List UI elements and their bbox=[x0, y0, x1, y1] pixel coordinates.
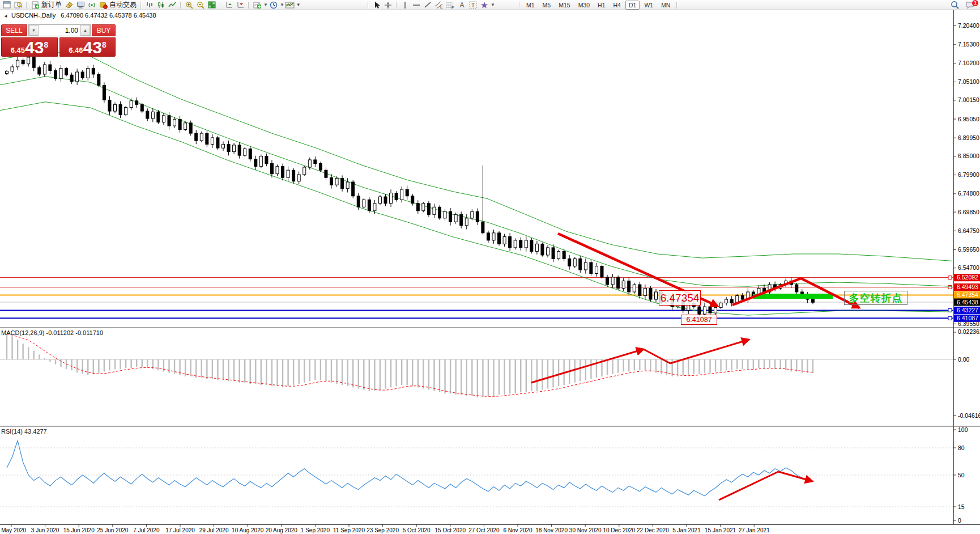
price-tick-label: 6.74800 bbox=[958, 190, 979, 197]
rsi-tick-label: 15 bbox=[958, 503, 965, 510]
date-tick-label: 25 Jun 2020 bbox=[97, 527, 128, 533]
buy-button[interactable]: BUY bbox=[92, 24, 116, 36]
rsi-panel bbox=[0, 440, 953, 507]
price-tick-label: 6.59650 bbox=[958, 246, 979, 253]
price-tag-label: 6.47354 bbox=[957, 291, 978, 298]
price-tick-label: 6.95050 bbox=[958, 116, 979, 122]
macd-tick-label: 0.022362 bbox=[958, 328, 980, 335]
date-tick-label: 29 Jul 2020 bbox=[199, 527, 229, 533]
bollinger-upper bbox=[0, 51, 952, 261]
rsi-scale: 1008050150 bbox=[953, 426, 968, 524]
sell-price-sup: 8 bbox=[44, 40, 48, 49]
date-tick-label: 27 Jan 2021 bbox=[739, 527, 770, 533]
date-tick-label: 15 Oct 2020 bbox=[435, 527, 466, 533]
price-tick-label: 7.00150 bbox=[958, 96, 979, 103]
trend-arrow-main bbox=[732, 278, 801, 305]
price-tick-label: 6.64750 bbox=[958, 227, 979, 234]
price-tick-label: 6.89950 bbox=[958, 134, 979, 141]
sell-button[interactable]: SELL bbox=[1, 24, 27, 36]
low-price-annotation: 6.41087 bbox=[681, 315, 717, 325]
date-tick-label: 1 Sep 2020 bbox=[301, 527, 330, 533]
volume-box: ▼ ▲ bbox=[28, 24, 91, 36]
price-tick-label: 6.79900 bbox=[958, 171, 979, 178]
volume-input[interactable] bbox=[39, 25, 80, 36]
price-tick-label: 6.85000 bbox=[958, 152, 979, 159]
rsi-tick-label: 100 bbox=[958, 426, 968, 433]
rsi-name: RSI(14) bbox=[1, 428, 23, 435]
macd-tick-label: 0.00 bbox=[958, 356, 970, 363]
date-tick-label: 30 Nov 2020 bbox=[569, 527, 602, 533]
date-tick-label: 10 Dec 2020 bbox=[603, 527, 635, 533]
price-tag-label: 6.45438 bbox=[957, 299, 978, 306]
rsi-tick-label: 50 bbox=[958, 472, 965, 478]
turning-point-annotation: 多空转折点 bbox=[844, 291, 907, 305]
date-tick-label: 5 Jan 2021 bbox=[672, 527, 701, 533]
date-tick-label: 27 Oct 2020 bbox=[468, 527, 500, 533]
buy-price[interactable]: 6.46 43 8 bbox=[59, 37, 116, 57]
green-highlight-bar bbox=[753, 294, 833, 299]
date-tick-label: 2 May 2020 bbox=[0, 527, 27, 533]
volume-down-button[interactable]: ▼ bbox=[29, 25, 39, 36]
one-click-trading-panel: SELL ▼ ▲ BUY 6.45 43 8 6.46 43 8 bbox=[1, 24, 116, 57]
macd-signal-line bbox=[7, 334, 813, 396]
date-tick-label: 7 Jul 2020 bbox=[133, 527, 160, 533]
rsi-line bbox=[7, 440, 813, 496]
rsi-value: 43.4277 bbox=[24, 428, 47, 435]
date-tick-label: 15 Jan 2021 bbox=[705, 527, 736, 533]
chart-canvas: 7.204007.153007.102007.051007.001506.950… bbox=[0, 0, 980, 534]
macd-scale: 0.0223620.00-0.046166 bbox=[953, 328, 980, 418]
mt4-terminal: 新订单 自动交易 ▼ ▼ ▼ bbox=[0, 0, 980, 534]
date-tick-label: 22 Dec 2020 bbox=[637, 527, 669, 533]
date-tick-label: 20 Aug 2020 bbox=[266, 527, 298, 533]
bollinger-bands bbox=[0, 51, 952, 315]
rsi-tick-label: 80 bbox=[958, 444, 965, 451]
rsi-tick-label: 0 bbox=[958, 517, 961, 524]
price-tick-label: 7.15300 bbox=[958, 41, 979, 48]
axes bbox=[0, 10, 980, 524]
date-scale: 2 May 20203 Jun 202015 Jun 202025 Jun 20… bbox=[0, 524, 770, 533]
date-tick-label: 18 Nov 2020 bbox=[535, 527, 568, 533]
rsi-label: RSI(14) 43.4277 bbox=[1, 428, 47, 435]
support-price-annotation: 6.47354 bbox=[659, 290, 701, 306]
volume-up-button[interactable]: ▲ bbox=[80, 25, 90, 36]
date-tick-label: 10 Aug 2020 bbox=[232, 527, 264, 533]
buy-price-big: 43 bbox=[83, 39, 102, 56]
price-scale: 7.204007.153007.102007.051007.001506.950… bbox=[953, 22, 980, 327]
date-tick-label: 15 Jun 2020 bbox=[63, 527, 95, 533]
buy-price-sup: 8 bbox=[102, 40, 106, 49]
macd-label: MACD(12,26,9) -0.011202 -0.011710 bbox=[1, 329, 103, 336]
date-tick-label: 23 Sep 2020 bbox=[367, 527, 399, 533]
price-tick-label: 6.54700 bbox=[958, 264, 979, 271]
date-tick-label: 3 Jun 2020 bbox=[31, 527, 59, 533]
price-tag-label: 6.41087 bbox=[957, 315, 978, 321]
macd-tick-label: -0.046166 bbox=[958, 412, 980, 419]
price-tick-label: 6.69850 bbox=[958, 209, 979, 215]
buy-price-base: 6.46 bbox=[69, 46, 83, 54]
sell-price[interactable]: 6.45 43 8 bbox=[1, 37, 58, 57]
sell-price-big: 43 bbox=[25, 39, 44, 56]
macd-panel bbox=[0, 334, 953, 397]
price-tag-label: 6.43227 bbox=[957, 307, 978, 313]
sell-price-base: 6.45 bbox=[11, 46, 25, 54]
price-tag-label: 6.52092 bbox=[957, 274, 978, 281]
date-tick-label: 17 Jul 2020 bbox=[165, 527, 195, 533]
macd-values: -0.011202 -0.011710 bbox=[46, 329, 103, 336]
candlestick-series bbox=[6, 54, 815, 320]
macd-name: MACD(12,26,9) bbox=[1, 329, 44, 336]
date-tick-label: 11 Sep 2020 bbox=[333, 527, 365, 533]
date-tick-label: 5 Oct 2020 bbox=[403, 527, 431, 533]
date-tick-label: 6 Nov 2020 bbox=[503, 527, 532, 533]
price-tag-label: 6.49493 bbox=[957, 283, 978, 290]
price-tick-label: 7.20400 bbox=[958, 22, 979, 29]
price-tick-label: 7.10200 bbox=[958, 60, 979, 66]
trend-arrow-macd bbox=[644, 349, 670, 363]
trend-arrow-rsi bbox=[778, 472, 812, 481]
price-tick-label: 7.05100 bbox=[958, 78, 979, 85]
